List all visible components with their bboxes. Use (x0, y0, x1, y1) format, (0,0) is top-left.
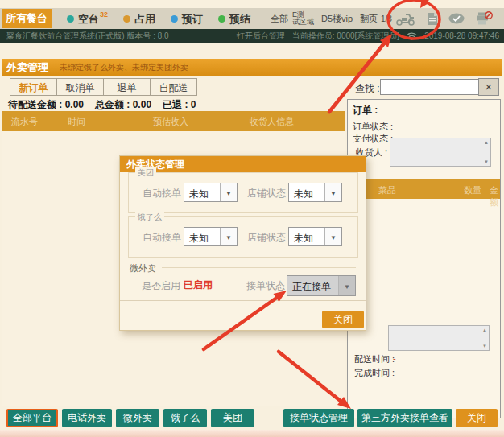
auto-accept-label: 自动接单 : (143, 187, 187, 200)
wifi-icon (407, 32, 417, 40)
system-version-text: 聚食汇餐饮前台管理系统(正式版) 版本号 : 8.0 (6, 31, 169, 42)
current-operator-text: 当前操作员: 0000[系统管理员] (292, 31, 399, 42)
wechat-accept-status-dropdown[interactable]: 正在接单 ▼ (287, 275, 356, 296)
all-tables-tab[interactable]: 所有餐台 (2, 9, 52, 28)
message-check-icon[interactable] (448, 13, 465, 24)
dropdown-value: 未知 (289, 228, 324, 245)
tab-cancelled-orders[interactable]: 取消单 (56, 78, 104, 96)
platform-meituan-button[interactable]: 美团 (211, 409, 254, 427)
chevron-down-icon[interactable]: ▼ (220, 228, 237, 245)
open-backend-link[interactable]: 打开后台管理 (237, 31, 285, 42)
order-tabs: 新订单 取消单 退单 自配送 (10, 78, 196, 96)
tab-new-orders[interactable]: 新订单 (10, 78, 57, 96)
status-filter-occupied[interactable]: 占用 (123, 11, 155, 27)
shop-status-label: 店铺状态 : (247, 187, 291, 200)
remark-textarea[interactable]: ▲ ▼ (388, 325, 490, 351)
platform-wechat-button[interactable]: 微外卖 (116, 409, 159, 427)
dropdown-value: 未知 (184, 228, 220, 245)
refunded-count: 已退 : 0 (163, 98, 196, 112)
prebill-dot-icon (218, 15, 225, 23)
occupied-dot-icon (123, 15, 130, 23)
delivery-time-value: - (393, 353, 396, 363)
modal-close-button[interactable]: 关闭 (322, 311, 364, 328)
annotation-arrow-top-line (426, 0, 432, 1)
eleme-auto-accept-dropdown[interactable]: 未知 ▼ (184, 227, 238, 246)
col-quantity: 数量 (464, 184, 481, 196)
platform-all-button[interactable]: 全部平台 (6, 409, 58, 427)
reserved-dot-icon (171, 15, 178, 23)
enabled-value: 已启用 (184, 278, 213, 292)
zone-all[interactable]: 全部 (271, 13, 288, 25)
scroll-up-icon[interactable]: ▲ (484, 140, 489, 145)
dropdown-value: 未知 (289, 183, 324, 201)
modal-footer-divider (120, 300, 366, 301)
close-page-button[interactable]: 关闭 (456, 409, 498, 427)
chevron-down-icon[interactable]: ▼ (324, 183, 341, 201)
chevron-down-icon[interactable]: ▼ (338, 276, 355, 295)
printer-disabled-icon[interactable] (475, 11, 493, 26)
status-label: 预结 (229, 11, 250, 27)
receiver-textarea[interactable]: ▲ ▼ (390, 138, 491, 167)
status-filter-prebill[interactable]: 预结 (218, 11, 250, 27)
eleme-shop-status-dropdown[interactable]: 未知 ▼ (288, 227, 342, 246)
enable-label: 是否启用 : (142, 279, 186, 293)
status-label: 占用 (134, 11, 155, 27)
search-label: 查找 : (355, 82, 380, 96)
col-amount: 金额 (490, 184, 500, 208)
col-dish: 菜品 (378, 184, 396, 196)
finish-time-label: 完成时间 : (354, 367, 395, 379)
status-bar: 聚食汇餐饮前台管理系统(正式版) 版本号 : 8.0 打开后台管理 当前操作员:… (0, 29, 504, 43)
eleme-section-label: 饿了么 (135, 212, 164, 223)
meituan-section: 美团 自动接单 : 未知 ▼ 店铺状态 : 未知 ▼ (128, 172, 358, 213)
free-table-dot-icon (67, 15, 74, 23)
chevron-down-icon[interactable]: ▼ (324, 228, 341, 245)
status-label: 预订 (182, 11, 203, 27)
chevron-down-icon[interactable]: ▼ (220, 183, 237, 201)
page-flip-label[interactable]: 翻页 (360, 13, 378, 25)
scroll-down-icon[interactable]: ▼ (484, 159, 489, 164)
scroll-up-icon[interactable]: ▲ (482, 328, 487, 332)
status-filter-free[interactable]: 空台 32 (67, 11, 108, 27)
top-bar: 所有餐台 空台 32 占用 预订 预结 全部 E测 试区域 D5楼vip 翻页 … (0, 8, 504, 29)
status-label: 空台 (78, 11, 99, 27)
platform-eleme-button[interactable]: 饿了么 (163, 409, 207, 427)
scroll-down-icon[interactable]: ▼ (482, 344, 487, 348)
zone-line2: 试区域 (292, 19, 314, 26)
dish-table-header: 菜品 数量 金额 (348, 179, 500, 199)
bottom-bar: 全部平台 电话外卖 微外卖 饿了么 美团 接单状态管理 第三方外卖接单查看 关闭 (0, 409, 504, 428)
finish-time-value: - (393, 367, 396, 377)
order-detail-title: 订单 : (353, 104, 378, 117)
zone-test-area[interactable]: E测 试区域 (292, 11, 314, 26)
datetime-text: 2019-08-28 09:47:46 (424, 31, 499, 40)
order-table-header: 流水号 时间 预估收入 收货人信息 (2, 111, 345, 131)
col-time: 时间 (68, 116, 85, 128)
eleme-section: 饿了么 自动接单 : 未知 ▼ 店铺状态 : 未知 ▼ (128, 216, 358, 258)
page-indicator: 1/3 (381, 14, 392, 23)
auto-accept-label: 自动接单 : (143, 231, 187, 245)
platform-filter-group: 全部平台 电话外卖 微外卖 饿了么 美团 (6, 409, 254, 427)
delivery-scooter-icon[interactable] (395, 11, 416, 26)
wechat-section-label: 微外卖 (130, 262, 156, 274)
takeout-management-header: 外卖管理 未绑定饿了么外卖、未绑定美团外卖 (2, 59, 502, 76)
third-party-view-button[interactable]: 第三方外卖接单查看 (357, 409, 452, 427)
platform-phone-button[interactable]: 电话外卖 (62, 409, 112, 427)
binding-status-text: 未绑定饿了么外卖、未绑定美团外卖 (60, 62, 188, 73)
meituan-auto-accept-dropdown[interactable]: 未知 ▼ (184, 183, 238, 202)
delivery-time-label: 配送时间 : (354, 353, 395, 365)
accept-status-manage-button[interactable]: 接单状态管理 (283, 409, 354, 427)
tab-self-delivery[interactable]: 自配送 (150, 78, 197, 96)
page-title: 外卖管理 (6, 60, 48, 75)
clear-search-button[interactable]: × (478, 78, 499, 96)
order-status-label: 订单状态 : (353, 121, 393, 133)
section-divider (162, 267, 356, 268)
document-icon[interactable] (427, 12, 438, 26)
search-input[interactable] (380, 79, 481, 95)
pending-delivery-amount: 待配送金额 : 0.00 (8, 98, 84, 112)
meituan-shop-status-dropdown[interactable]: 未知 ▼ (288, 183, 342, 202)
col-receiver-info: 收货人信息 (250, 116, 294, 128)
status-filter-reserved[interactable]: 预订 (171, 11, 203, 27)
zone-d5-vip[interactable]: D5楼vip (321, 13, 353, 25)
accept-status-label: 接单状态 : (246, 279, 291, 293)
shop-status-label: 店铺状态 : (247, 231, 291, 245)
tab-refund-orders[interactable]: 退单 (103, 78, 151, 96)
